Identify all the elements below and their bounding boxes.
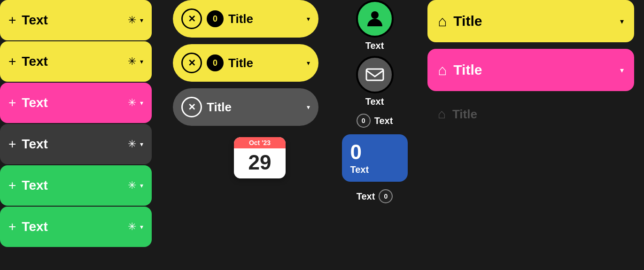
icon-circle-0 — [356, 0, 394, 38]
chevron-title-2: ▾ — [307, 103, 310, 111]
calendar-month: Oct '23 — [234, 137, 286, 148]
card-number: 0 — [350, 142, 399, 162]
home-icon-1: ⌂ — [438, 62, 447, 79]
plus-icon-5: + — [8, 220, 16, 233]
icon-text-1: Text — [365, 96, 384, 107]
title-pill-column: ✕ 0 Title ▾ ✕ 0 Title ▾ ✕ Title ▾ Oct '2… — [173, 0, 318, 178]
title-pill-2[interactable]: ✕ Title ▾ — [173, 88, 318, 126]
x-circle-icon-0: ✕ — [181, 8, 202, 29]
pill-label-2: Text — [22, 95, 48, 110]
chevron-icon-4: ▾ — [140, 182, 143, 189]
envelope-icon — [365, 64, 385, 85]
badge-text-label: Text — [374, 116, 393, 126]
pill-label-0: Text — [22, 13, 48, 28]
calendar-day: 29 — [234, 148, 286, 178]
plus-icon-2: + — [8, 96, 16, 109]
bottom-badge-row: Text 0 — [357, 189, 393, 203]
title-text-0: Title — [228, 12, 302, 26]
plus-icon-3: + — [8, 138, 16, 151]
title-pill-0[interactable]: ✕ 0 Title ▾ — [173, 0, 318, 38]
spinner-icon-3: ✳ — [128, 138, 136, 150]
pill-right-group-4: ✳ ▾ — [128, 179, 143, 192]
wide-pill-0[interactable]: ⌂ Title ▾ — [427, 0, 634, 42]
chevron-title-1: ▾ — [307, 59, 310, 67]
pill-left-group-0: + Text — [8, 13, 48, 28]
wide-pill-column: ⌂ Title ▾ ⌂ Title ▾ ⌂ Title — [427, 0, 634, 131]
pill-right-group-1: ✳ ▾ — [128, 55, 143, 68]
icon-text-item-1[interactable]: Text — [356, 56, 394, 107]
bottom-badge: 0 — [379, 189, 393, 203]
icon-text-0: Text — [365, 40, 384, 51]
spinner-icon-5: ✳ — [128, 221, 136, 233]
chevron-icon-1: ▾ — [140, 58, 143, 65]
person-icon-0 — [365, 8, 385, 29]
x-circle-icon-1: ✕ — [181, 53, 202, 73]
pill-button-3[interactable]: + Text ✳ ▾ — [0, 124, 152, 164]
wide-chev-1: ▾ — [620, 66, 624, 75]
wide-chev-0: ▾ — [620, 17, 624, 26]
bottom-text-label: Text — [357, 191, 375, 202]
title-text-2: Title — [207, 100, 302, 115]
pill-label-4: Text — [22, 178, 48, 193]
pill-button-4[interactable]: + Text ✳ ▾ — [0, 165, 152, 206]
title-text-1: Title — [228, 56, 302, 70]
pill-left-group-3: + Text — [8, 137, 48, 152]
title-pill-1[interactable]: ✕ 0 Title ▾ — [173, 44, 318, 82]
pill-right-group-3: ✳ ▾ — [128, 138, 143, 150]
pill-left-group-1: + Text — [8, 54, 48, 69]
pill-right-group-2: ✳ ▾ — [128, 97, 143, 109]
pill-label-5: Text — [22, 219, 48, 234]
badge-1: 0 — [207, 54, 224, 71]
left-button-column: + Text ✳ ▾ + Text ✳ ▾ + Text ✳ ▾ + Text — [0, 0, 152, 248]
plus-icon-4: + — [8, 179, 16, 192]
home-icon-0: ⌂ — [438, 13, 447, 30]
chevron-icon-0: ▾ — [140, 16, 143, 24]
plus-icon-1: + — [8, 55, 16, 68]
pill-button-2[interactable]: + Text ✳ ▾ — [0, 83, 152, 123]
chevron-icon-2: ▾ — [140, 99, 143, 107]
pill-right-group-5: ✳ ▾ — [128, 221, 143, 233]
pill-left-group-5: + Text — [8, 219, 48, 234]
spinner-icon-4: ✳ — [128, 179, 136, 192]
wide-pill-1[interactable]: ⌂ Title ▾ — [427, 49, 634, 91]
icon-circle-1 — [356, 56, 394, 93]
pill-button-0[interactable]: + Text ✳ ▾ — [0, 0, 152, 40]
pill-label-3: Text — [22, 137, 48, 152]
blue-card[interactable]: 0 Text — [342, 134, 408, 182]
icon-items-column: Text Text 0 Text 0 Text Text 0 — [334, 0, 416, 203]
svg-rect-1 — [366, 69, 383, 80]
pill-button-1[interactable]: + Text ✳ ▾ — [0, 41, 152, 82]
small-badge: 0 — [357, 114, 371, 128]
svg-point-0 — [371, 11, 379, 19]
badge-text-row: 0 Text — [357, 114, 393, 128]
chevron-icon-3: ▾ — [140, 140, 143, 148]
chevron-icon-5: ▾ — [140, 223, 143, 231]
badge-0: 0 — [207, 10, 224, 27]
pill-right-group-0: ✳ ▾ — [128, 14, 143, 26]
spinner-icon-0: ✳ — [128, 14, 136, 26]
pill-left-group-2: + Text — [8, 95, 48, 110]
wide-title-0: Title — [453, 13, 613, 29]
pill-button-5[interactable]: + Text ✳ ▾ — [0, 207, 152, 247]
card-text: Text — [350, 164, 399, 175]
calendar-widget: Oct '23 29 — [234, 137, 286, 178]
spinner-icon-1: ✳ — [128, 55, 136, 68]
wide-title-1: Title — [453, 62, 613, 78]
ghost-icon: ⌂ — [438, 107, 446, 122]
plus-icon-0: + — [8, 14, 16, 27]
pill-left-group-4: + Text — [8, 178, 48, 193]
icon-text-item-0[interactable]: Text — [356, 0, 394, 51]
ghost-title: Title — [452, 107, 477, 122]
x-circle-icon-2: ✕ — [181, 97, 202, 117]
chevron-title-0: ▾ — [307, 15, 310, 23]
spinner-icon-2: ✳ — [128, 97, 136, 109]
pill-label-1: Text — [22, 54, 48, 69]
ghost-pill-row: ⌂ Title — [427, 98, 634, 131]
